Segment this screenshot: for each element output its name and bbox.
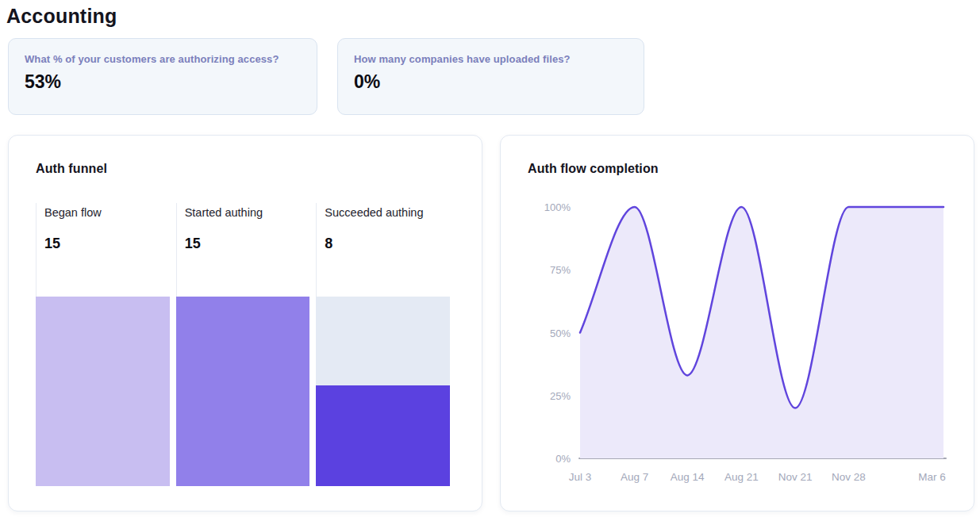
- stat-card-value: 0%: [354, 71, 628, 93]
- stat-card-value: 53%: [25, 71, 301, 93]
- funnel-column: Started authing15: [176, 203, 317, 486]
- funnel-column-value: 8: [325, 236, 456, 252]
- x-axis-tick-label: Aug 14: [671, 471, 705, 483]
- y-axis-tick-label: 0%: [501, 453, 571, 465]
- x-axis-tick-label: Nov 21: [778, 471, 813, 483]
- funnel-bar-track: [176, 297, 310, 486]
- x-axis-tick-label: Nov 28: [832, 471, 866, 483]
- x-axis-tick-label: Aug 7: [621, 471, 648, 483]
- funnel-column-label: Began flow: [44, 206, 176, 219]
- x-axis-tick-label: Aug 21: [724, 471, 759, 483]
- funnel-column-header: Began flow15: [36, 203, 176, 297]
- stat-card-question: What % of your customers are authorizing…: [25, 53, 301, 65]
- funnel-bar-track: [316, 297, 450, 486]
- funnel-bar: [36, 297, 170, 486]
- y-axis-tick-label: 100%: [501, 201, 571, 213]
- y-axis-tick-label: 25%: [501, 389, 571, 401]
- auth-flow-completion-title: Auth flow completion: [528, 162, 659, 176]
- stat-card-uploaded-files: How many companies have uploaded files? …: [337, 38, 644, 115]
- y-axis-tick-label: 50%: [501, 327, 571, 339]
- funnel-bar: [316, 385, 450, 486]
- area-fill: [580, 207, 943, 458]
- auth-funnel-chart: Began flow15Started authing15Succeeded a…: [36, 203, 456, 486]
- funnel-bar-track: [36, 297, 170, 486]
- funnel-column: Succeeded authing8: [316, 203, 456, 486]
- funnel-column-value: 15: [44, 236, 176, 252]
- y-axis-tick-label: 75%: [501, 264, 571, 276]
- page-title: Accounting: [6, 5, 117, 28]
- auth-funnel-panel: Auth funnel Began flow15Started authing1…: [8, 135, 482, 511]
- funnel-column-label: Succeeded authing: [325, 206, 456, 219]
- funnel-column-value: 15: [185, 236, 317, 252]
- funnel-column: Began flow15: [36, 203, 176, 486]
- x-axis-tick-label: Mar 6: [918, 471, 946, 483]
- x-axis-tick-label: Jul 3: [569, 471, 592, 483]
- funnel-column-header: Succeeded authing8: [316, 203, 456, 297]
- stat-card-authorizing-access: What % of your customers are authorizing…: [8, 38, 317, 115]
- funnel-column-label: Started authing: [185, 206, 317, 219]
- funnel-column-header: Started authing15: [176, 203, 317, 297]
- stat-card-question: How many companies have uploaded files?: [354, 53, 628, 65]
- area-chart-svg: [580, 207, 943, 458]
- auth-funnel-title: Auth funnel: [36, 162, 107, 176]
- funnel-bar: [176, 297, 310, 486]
- auth-flow-completion-panel: Auth flow completion 100%75%50%25%0%Jul …: [500, 135, 974, 511]
- dashboard-page: { "page": { "title": "Accounting" }, "st…: [0, 0, 980, 521]
